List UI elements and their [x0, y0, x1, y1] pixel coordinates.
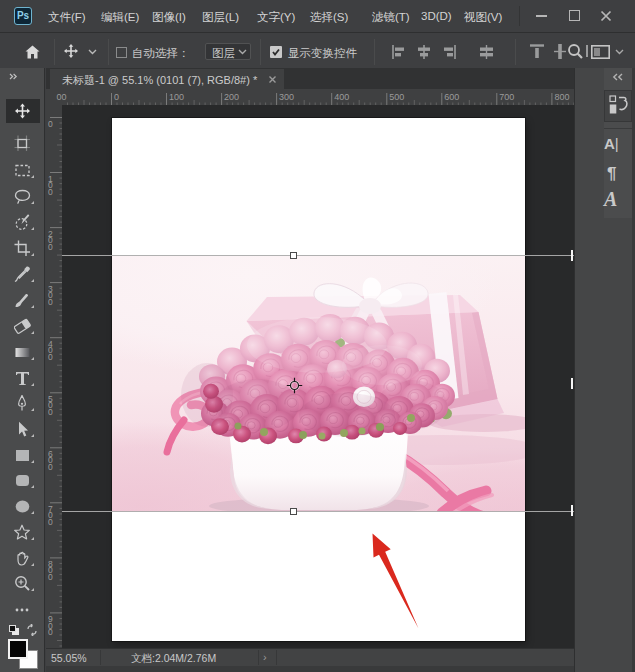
- svg-text:800: 800: [554, 92, 569, 102]
- svg-text:0: 0: [48, 462, 53, 472]
- svg-text:0: 0: [48, 407, 53, 417]
- svg-text:0: 0: [48, 242, 53, 252]
- svg-text:0: 0: [48, 119, 53, 129]
- svg-text:0: 0: [48, 297, 53, 307]
- svg-text:100: 100: [169, 92, 184, 102]
- svg-text:300: 300: [279, 92, 294, 102]
- svg-text:0: 0: [48, 517, 53, 527]
- svg-text:600: 600: [444, 92, 459, 102]
- svg-text:00: 00: [57, 92, 67, 102]
- svg-text:0: 0: [48, 627, 53, 637]
- svg-text:0: 0: [48, 187, 53, 197]
- svg-text:0: 0: [48, 352, 53, 362]
- svg-text:0: 0: [114, 92, 119, 102]
- svg-text:400: 400: [334, 92, 349, 102]
- svg-text:500: 500: [389, 92, 404, 102]
- svg-text:200: 200: [224, 92, 239, 102]
- svg-text:700: 700: [499, 92, 514, 102]
- svg-text:0: 0: [48, 572, 53, 582]
